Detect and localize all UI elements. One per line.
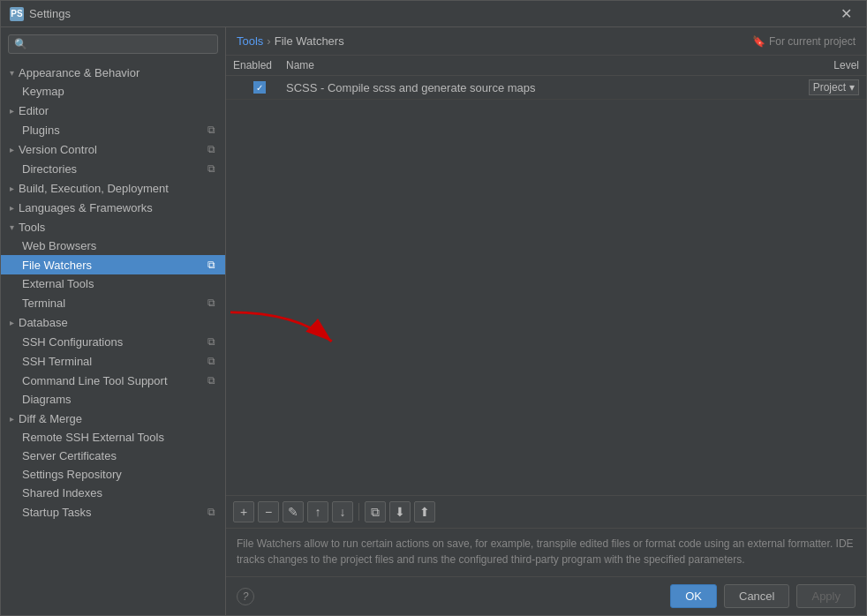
sidebar-item-label: Server Certificates [22,449,218,462]
sidebar-tree: ▾ Appearance & Behavior Keymap ▸ Editor … [1,61,225,615]
breadcrumb-current: File Watchers [275,34,344,48]
file-watchers-table: Enabled Name Level SCSS - Compile scss a… [226,56,866,495]
breadcrumb-separator: › [267,34,270,48]
move-down-button[interactable]: ↓ [332,501,353,522]
sidebar-item-version-control[interactable]: ▸ Version Control ⧉ [1,139,225,159]
sidebar-item-diagrams[interactable]: Diagrams [1,390,225,409]
copy-icon: ⧉ [204,505,218,519]
sidebar-item-appearance[interactable]: ▾ Appearance & Behavior [1,63,225,82]
copy-icon: ⧉ [204,334,218,349]
copy-icon: ⧉ [204,373,218,387]
sidebar-item-directories[interactable]: Directories ⧉ [1,159,225,178]
window-title: Settings [29,7,835,20]
sidebar-item-keymap[interactable]: Keymap [1,82,225,101]
help-button[interactable]: ? [237,588,254,605]
panel-relative: Enabled Name Level SCSS - Compile scss a… [226,56,866,528]
col-header-name: Name [286,59,771,71]
sidebar-item-settings-repository[interactable]: Settings Repository [1,465,225,484]
sidebar-item-label: File Watchers [22,259,204,272]
expand-arrow-icon: ▸ [4,181,19,195]
expand-arrow-icon: ▾ [4,65,19,79]
sidebar-item-label: Diagrams [22,393,218,406]
export-button[interactable]: ⬆ [414,501,435,522]
file-watchers-toolbar: + − ✎ ↑ ↓ ⧉ ⬇ ⬆ [226,495,866,528]
expand-arrow-icon: ▸ [4,315,19,329]
sidebar-item-remote-ssh[interactable]: Remote SSH External Tools [1,428,225,447]
expand-arrow-icon: ▸ [4,142,19,156]
search-box[interactable]: 🔍 [8,34,218,54]
sidebar-item-label: Settings Repository [22,468,218,481]
sidebar-item-label: Keymap [22,85,218,98]
cancel-button[interactable]: Cancel [724,584,789,608]
level-value: Project [813,81,846,94]
sidebar-item-languages[interactable]: ▸ Languages & Frameworks [1,198,225,217]
close-button[interactable]: ✕ [835,4,857,24]
sidebar-item-label: Plugins [22,124,204,137]
sidebar-item-database[interactable]: ▸ Database [1,312,225,332]
settings-window: PS Settings ✕ 🔍 ▾ Appearance & Behavior … [0,0,867,616]
name-cell: SCSS - Compile scss and generate source … [286,81,771,94]
sidebar-item-ssh-terminal[interactable]: SSH Terminal ⧉ [1,351,225,371]
sidebar-item-plugins[interactable]: Plugins ⧉ [1,120,225,139]
edit-button[interactable]: ✎ [283,501,304,522]
enabled-cell [233,81,286,94]
sidebar-item-ssh-configurations[interactable]: SSH Configurations ⧉ [1,332,225,351]
expand-arrow-icon: ▾ [4,220,19,234]
table-row[interactable]: SCSS - Compile scss and generate source … [226,76,866,100]
sidebar-item-label: Build, Execution, Deployment [19,182,218,195]
sidebar-item-build[interactable]: ▸ Build, Execution, Deployment [1,178,225,198]
sidebar-item-label: Tools [19,221,218,234]
table-header: Enabled Name Level [226,56,866,76]
expand-arrow-icon: ▸ [4,411,19,425]
sidebar-item-label: Startup Tasks [22,506,204,519]
description-text: File Watchers allow to run certain actio… [226,528,866,576]
toolbar-separator [358,503,359,521]
breadcrumb-parent[interactable]: Tools [237,34,263,48]
col-header-enabled: Enabled [233,59,286,71]
enabled-checkbox[interactable] [253,81,266,94]
sidebar-item-label: Directories [22,162,204,176]
search-icon: 🔍 [14,38,27,50]
sidebar-item-shared-indexes[interactable]: Shared Indexes [1,484,225,502]
copy-icon: ⧉ [204,296,218,310]
sidebar-item-terminal[interactable]: Terminal ⧉ [1,293,225,312]
breadcrumb-bar: Tools › File Watchers 🔖 For current proj… [226,27,866,56]
copy-icon: ⧉ [204,162,218,176]
copy-icon: ⧉ [204,258,218,272]
move-up-button[interactable]: ↑ [307,501,328,522]
sidebar-item-web-browsers[interactable]: Web Browsers [1,237,225,255]
search-input[interactable] [31,38,212,50]
sidebar-item-label: Web Browsers [22,239,218,252]
apply-button[interactable]: Apply [796,584,856,608]
sidebar-item-label: Diff & Merge [19,412,218,425]
ok-button[interactable]: OK [670,584,717,608]
titlebar: PS Settings ✕ [1,1,866,27]
sidebar-item-startup-tasks[interactable]: Startup Tasks ⧉ [1,502,225,522]
sidebar-item-label: External Tools [22,277,218,290]
sidebar-item-label: SSH Configurations [22,335,204,349]
copy-icon: ⧉ [204,142,218,156]
sidebar-item-label: Languages & Frameworks [19,201,218,214]
sidebar-item-file-watchers[interactable]: File Watchers ⧉ [1,255,225,274]
sidebar-item-editor[interactable]: ▸ Editor [1,101,225,120]
sidebar-item-command-line[interactable]: Command Line Tool Support ⧉ [1,371,225,390]
remove-button[interactable]: − [258,501,279,522]
sidebar-item-server-certificates[interactable]: Server Certificates [1,447,225,465]
level-dropdown[interactable]: Project ▾ [809,79,859,95]
sidebar: 🔍 ▾ Appearance & Behavior Keymap ▸ Edito… [1,27,226,615]
scope-icon: 🔖 [752,35,765,48]
main-content: 🔍 ▾ Appearance & Behavior Keymap ▸ Edito… [1,27,866,615]
import-button[interactable]: ⬇ [389,501,411,522]
sidebar-item-diff-merge[interactable]: ▸ Diff & Merge [1,409,225,428]
level-cell: Project ▾ [771,79,859,95]
sidebar-item-label: SSH Terminal [22,355,204,368]
add-button[interactable]: + [233,501,254,522]
copy-button[interactable]: ⧉ [365,501,386,522]
sidebar-item-tools[interactable]: ▾ Tools [1,217,225,237]
breadcrumb-scope: 🔖 For current project [752,35,856,48]
sidebar-item-external-tools[interactable]: External Tools [1,274,225,293]
expand-arrow-icon: ▸ [4,103,19,117]
main-panel: Tools › File Watchers 🔖 For current proj… [226,27,866,615]
sidebar-item-label: Terminal [22,297,204,310]
dropdown-arrow-icon: ▾ [849,81,855,94]
